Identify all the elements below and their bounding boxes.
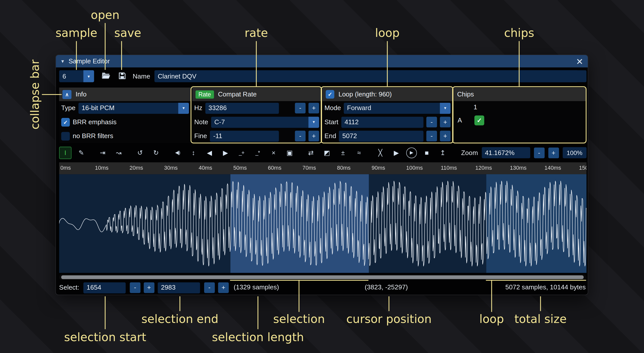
resample-button[interactable]: ↝ xyxy=(113,146,125,159)
loop-start-input[interactable]: 4112 xyxy=(341,116,423,128)
sample-toolbar: I ✎ ⇥ ↝ ↺ ↻ ◀)) ↕ ◀ ▶ _+ _* × ▣ ⇄ ◩ ± ≈ … xyxy=(59,146,586,160)
loop-end-increase-button[interactable]: + xyxy=(440,131,450,141)
fine-increase-button[interactable]: + xyxy=(308,131,319,141)
annotation-total-size-line xyxy=(540,296,541,311)
brr-emphasis-row: ✓ BRR emphasis xyxy=(59,115,191,129)
apply-silence-button[interactable]: _* xyxy=(251,146,264,159)
note-dropdown-arrow-icon[interactable]: ▼ xyxy=(308,116,319,128)
annotation-loop-top: loop xyxy=(375,26,399,40)
loop-start-row: Start 4112 - + xyxy=(323,115,453,129)
type-select[interactable]: 16-bit PCM ▼ xyxy=(78,103,189,114)
timeline-tick: 0ms xyxy=(59,162,94,174)
loop-start-decrease-button[interactable]: - xyxy=(426,117,437,127)
save-button[interactable] xyxy=(116,70,128,82)
timeline-tick: 60ms xyxy=(267,162,301,174)
info-panel: ∧ Info Type 16-bit PCM ▼ ✓ BRR emphasis … xyxy=(59,88,191,143)
selection-start-decrease-button[interactable]: - xyxy=(130,282,140,293)
zoom-out-button[interactable]: - xyxy=(534,147,544,158)
selection-end-input[interactable]: 2983 xyxy=(158,282,200,293)
zoom-reset-button[interactable]: 100% xyxy=(562,147,586,158)
fade-in-button[interactable]: ◀ xyxy=(203,146,216,159)
loop-enable-checkbox[interactable]: ✓ xyxy=(326,90,334,98)
hz-input[interactable]: 33286 xyxy=(205,103,279,114)
select-tool-button[interactable]: I xyxy=(59,146,71,159)
waveform-display[interactable] xyxy=(59,174,586,273)
chip-a-checkbox[interactable]: ✓ xyxy=(474,115,484,125)
note-row: Note C-7 ▼ xyxy=(192,115,321,129)
amplify-button[interactable]: ◀)) xyxy=(171,146,184,159)
sample-name-input[interactable]: Clarinet DQV xyxy=(154,70,586,82)
loop-end-label: End xyxy=(325,132,336,140)
zoom-input[interactable]: 41.1672% xyxy=(482,147,530,158)
close-button[interactable]: ✕ xyxy=(576,57,583,65)
sign-convert-button[interactable]: ± xyxy=(337,146,349,159)
delete-button[interactable]: × xyxy=(267,146,280,159)
title-bar[interactable]: ▼ Sample Editor ✕ xyxy=(56,55,588,67)
timeline-tick: 100ms xyxy=(405,162,440,174)
timeline-ruler: 0ms 10ms 20ms 30ms 40ms 50ms 60ms 70ms 8… xyxy=(59,162,586,174)
fine-decrease-button[interactable]: - xyxy=(295,131,306,141)
annotation-selection-end: selection end xyxy=(141,312,218,326)
draw-tool-button[interactable]: ✎ xyxy=(75,146,88,159)
timeline-tick: 140ms xyxy=(543,162,578,174)
hz-decrease-button[interactable]: - xyxy=(295,103,306,113)
normalize-button[interactable]: ↕ xyxy=(187,146,200,159)
type-dropdown-arrow-icon[interactable]: ▼ xyxy=(178,103,189,114)
chips-panel: Chips 1 A ✓ xyxy=(454,88,585,143)
save-floppy-icon xyxy=(118,72,126,81)
loop-mode-select[interactable]: Forward ▼ xyxy=(344,103,450,114)
sample-selector[interactable]: 6 ▼ xyxy=(59,70,94,82)
insert-silence-button[interactable]: _+ xyxy=(235,146,248,159)
note-select[interactable]: C-7 ▼ xyxy=(211,116,319,128)
loop-end-input[interactable]: 5072 xyxy=(339,131,424,142)
type-value: 16-bit PCM xyxy=(78,103,178,114)
preview-button[interactable]: ▶ xyxy=(390,146,402,159)
resize-button[interactable]: ⇥ xyxy=(96,146,109,159)
annotation-rate: rate xyxy=(245,26,268,40)
rate-badge: Rate xyxy=(196,90,214,98)
loop-mode-dropdown-arrow-icon[interactable]: ▼ xyxy=(440,103,450,114)
open-folder-icon xyxy=(101,71,110,81)
annotation-selection-length-line xyxy=(258,296,258,329)
hz-increase-button[interactable]: + xyxy=(308,103,319,113)
fade-out-button[interactable]: ▶ xyxy=(219,146,232,159)
annotation-save: save xyxy=(114,26,141,40)
reverse-button[interactable]: ⇄ xyxy=(305,146,317,159)
collapse-bar-button[interactable]: ∧ xyxy=(62,90,71,99)
timeline-tick: 90ms xyxy=(370,162,405,174)
loop-panel: ✓ Loop (length: 960) Mode Forward ▼ Star… xyxy=(323,88,453,143)
timeline-tick: 80ms xyxy=(336,162,370,174)
import-button[interactable]: ↥ xyxy=(437,146,449,159)
open-button[interactable] xyxy=(100,70,112,82)
timeline-tick: 130ms xyxy=(509,162,543,174)
selection-start-input[interactable]: 1654 xyxy=(83,282,126,293)
loop-start-increase-button[interactable]: + xyxy=(440,117,450,127)
chip-number: 1 xyxy=(474,104,477,111)
annotation-selection: selection xyxy=(273,312,325,326)
selection-end-decrease-button[interactable]: - xyxy=(204,282,215,293)
rate-panel-header: Rate Compat Rate xyxy=(192,88,321,101)
invert-button[interactable]: ◩ xyxy=(321,146,333,159)
stop-button[interactable]: ■ xyxy=(421,146,433,159)
selection-end-increase-button[interactable]: + xyxy=(218,282,229,293)
no-brr-filters-checkbox[interactable] xyxy=(61,132,70,140)
waveform-scrollbar[interactable] xyxy=(59,274,586,280)
window-collapse-icon[interactable]: ▼ xyxy=(60,59,65,64)
redo-button[interactable]: ↻ xyxy=(150,146,162,159)
fine-input[interactable]: -11 xyxy=(210,131,279,142)
scrollbar-thumb[interactable] xyxy=(61,275,584,279)
page-background: ▼ Sample Editor ✕ 6 ▼ xyxy=(0,0,644,353)
brr-emphasis-checkbox[interactable]: ✓ xyxy=(61,118,70,126)
selection-start-increase-button[interactable]: + xyxy=(144,282,154,293)
chip-enable-row: A ✓ xyxy=(454,113,585,127)
crossfade-loop-button[interactable]: ╳ xyxy=(374,146,387,159)
loop-end-decrease-button[interactable]: - xyxy=(426,131,437,141)
fine-row: Fine -11 - + xyxy=(192,129,321,143)
zoom-in-button[interactable]: + xyxy=(548,147,559,158)
trim-button[interactable]: ▣ xyxy=(283,146,296,159)
filter-button[interactable]: ≈ xyxy=(353,146,365,159)
timeline-tick: 40ms xyxy=(197,162,232,174)
sample-dropdown-arrow-icon[interactable]: ▼ xyxy=(83,70,94,82)
undo-button[interactable]: ↺ xyxy=(134,146,146,159)
play-button[interactable]: ▶ xyxy=(406,147,417,158)
